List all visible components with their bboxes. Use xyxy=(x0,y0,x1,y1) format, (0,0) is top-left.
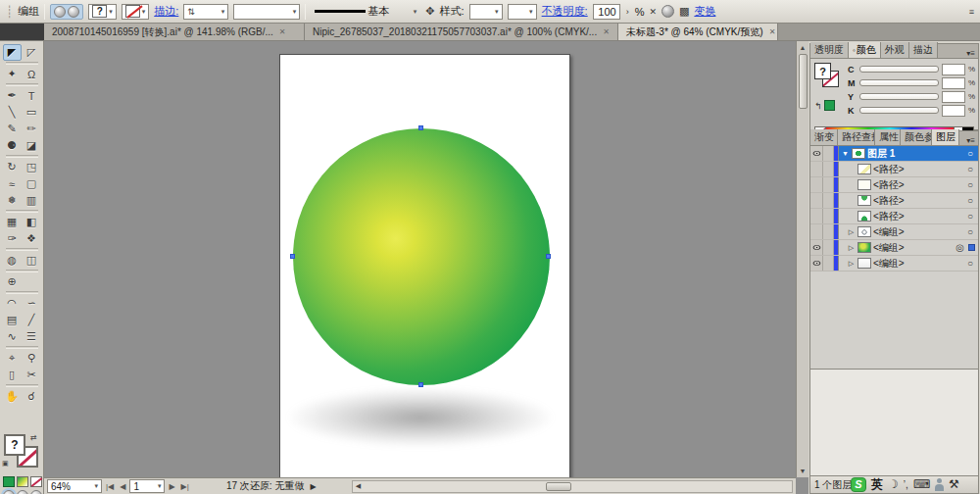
layer-name[interactable]: <编组> xyxy=(873,225,965,239)
user-icon[interactable] xyxy=(935,478,944,491)
artboard[interactable] xyxy=(279,54,570,477)
visibility-toggle[interactable] xyxy=(810,162,823,176)
next-artboard-icon[interactable]: ▶ xyxy=(167,482,176,491)
color-button[interactable] xyxy=(3,476,15,487)
stroke-weight-input[interactable]: ⇅ ▾ xyxy=(183,4,228,20)
layer-name[interactable]: <路径> xyxy=(873,194,965,208)
layer-thumbnail[interactable] xyxy=(852,148,865,159)
lock-toggle[interactable] xyxy=(823,162,834,176)
tool-artboard[interactable]: ⊕ xyxy=(3,273,22,290)
document-tab-2[interactable]: Nipic_26785037_20180321175057703037.ai* … xyxy=(305,24,618,40)
layer-thumbnail[interactable] xyxy=(858,195,871,206)
expand-icon[interactable]: ▷ xyxy=(847,244,856,252)
lock-toggle[interactable] xyxy=(823,177,834,192)
panel-menu-icon[interactable]: ▾≡ xyxy=(963,49,978,58)
fill-color-dropdown[interactable]: ? ▾ xyxy=(88,4,117,20)
vertical-scrollbar[interactable]: ▲ ▼ xyxy=(796,41,808,477)
channel-value-input[interactable] xyxy=(942,105,965,117)
document-tab-3-active[interactable]: 未标题-3* @ 64% (CMYK/预览) ✕ xyxy=(618,24,778,40)
default-fill-stroke-icon[interactable]: ▣ xyxy=(2,460,9,468)
target-icon[interactable]: ○ xyxy=(967,195,973,206)
style-select[interactable]: ▾ xyxy=(469,4,503,20)
close-icon[interactable]: ✕ xyxy=(603,27,610,36)
fill-proxy-swatch[interactable]: ? xyxy=(4,434,25,456)
layer-row-4[interactable]: <路径> ○ xyxy=(810,193,978,209)
gradient-button[interactable] xyxy=(17,476,28,487)
tool-paintbrush[interactable]: ✎ xyxy=(3,121,22,137)
layer-name[interactable]: <路径> xyxy=(873,178,965,192)
layer-row-3[interactable]: <路径> ○ xyxy=(810,177,978,193)
visibility-toggle[interactable] xyxy=(810,209,823,223)
tool-column-graph[interactable]: ▥ xyxy=(23,192,41,209)
tool-scissors[interactable]: ✂ xyxy=(23,367,41,383)
last-artboard-icon[interactable]: ▶| xyxy=(179,482,191,491)
layer-thumbnail[interactable] xyxy=(858,242,871,253)
layer-thumbnail[interactable] xyxy=(858,164,871,174)
lock-toggle[interactable] xyxy=(823,193,834,208)
lock-toggle[interactable] xyxy=(823,256,834,271)
layer-name[interactable]: <编组> xyxy=(873,241,954,255)
lock-toggle[interactable] xyxy=(823,146,834,161)
tool-graph-options[interactable]: ☰ xyxy=(23,328,41,345)
anchor-point-top[interactable] xyxy=(418,125,423,130)
width-profile-select[interactable]: ▾ xyxy=(233,4,300,20)
scroll-down-icon[interactable]: ▼ xyxy=(800,465,807,477)
opacity-mask-icon[interactable]: ✕ xyxy=(649,7,657,17)
tab-layers[interactable]: 图层 xyxy=(932,129,959,145)
tool-lasso[interactable]: Ω xyxy=(23,66,41,82)
vertical-scroll-thumb[interactable] xyxy=(799,54,808,109)
tool-blob-brush[interactable]: ⚈ xyxy=(3,137,22,154)
tab-color[interactable]: 颜色 xyxy=(849,42,881,58)
tab-stroke[interactable]: 描边 xyxy=(909,42,938,58)
expand-icon[interactable]: ▼ xyxy=(841,150,850,157)
tool-shear[interactable]: ╱ xyxy=(23,312,41,328)
lock-toggle[interactable] xyxy=(823,224,834,239)
channel-value-input[interactable] xyxy=(942,64,965,75)
recolor-artwork-icon[interactable] xyxy=(662,5,674,18)
target-icon[interactable]: ○ xyxy=(967,226,973,237)
tool-symbol-sprayer[interactable]: ❅ xyxy=(3,192,22,209)
tool-rotate[interactable]: ↻ xyxy=(3,159,22,175)
tab-color-guide[interactable]: 颜色参 xyxy=(901,129,932,145)
target-icon[interactable]: ○ xyxy=(967,179,973,190)
target-icon[interactable]: ○ xyxy=(967,211,973,222)
control-bar-grip-icon[interactable]: ┊ xyxy=(6,5,13,19)
tab-attributes[interactable]: 属性 xyxy=(875,129,901,145)
close-icon[interactable]: ✕ xyxy=(769,27,776,36)
target-icon[interactable]: ○ xyxy=(967,148,973,159)
last-color-swatch[interactable] xyxy=(824,100,835,111)
layer-row-8[interactable]: ⊙ ▷ <编组> ○ xyxy=(810,256,978,272)
stroke-none-swatch[interactable] xyxy=(125,5,140,18)
expand-icon[interactable]: ▷ xyxy=(847,260,856,268)
tool-live-paint-bucket[interactable]: ◍ xyxy=(3,252,22,269)
layer-name[interactable]: 图层 1 xyxy=(867,147,965,161)
brush-definition-select[interactable]: 基本 ▾ xyxy=(311,4,420,20)
close-icon[interactable]: ✕ xyxy=(279,27,286,36)
tool-perspective-grid[interactable]: ▤ xyxy=(3,312,22,328)
layer-row-6[interactable]: ▷ <编组> ○ xyxy=(810,224,978,240)
target-icon[interactable]: ◎ xyxy=(956,242,964,253)
sogou-input-icon[interactable]: S xyxy=(851,477,866,492)
swap-fill-stroke-icon[interactable]: ⇄ xyxy=(30,433,37,442)
tool-mesh[interactable]: ▦ xyxy=(3,214,22,230)
fill-color-swatch[interactable]: ? xyxy=(92,5,107,18)
layer-name[interactable]: <路径> xyxy=(873,163,965,176)
layer-row-2[interactable]: <路径> ○ xyxy=(810,162,978,177)
layer-row-7[interactable]: ⊙ ▷ <编组> ◎ xyxy=(810,240,978,256)
tab-pathfinder[interactable]: 路径查找 xyxy=(838,129,875,145)
screen-mode-normal-icon[interactable] xyxy=(3,490,15,494)
layer-thumbnail[interactable] xyxy=(858,211,871,222)
stroke-color-dropdown[interactable]: ▾ xyxy=(122,4,150,20)
tool-gradient[interactable]: ◧ xyxy=(23,214,41,230)
align-dropdown-icon[interactable]: ▩ xyxy=(679,5,689,18)
visibility-toggle[interactable] xyxy=(810,193,823,208)
tool-warp[interactable]: ◠ xyxy=(3,295,22,312)
style-box-icon[interactable]: ✥ xyxy=(425,5,434,18)
canvas-area[interactable] xyxy=(44,41,796,477)
punctuation-icon[interactable]: ’, xyxy=(904,479,908,490)
stepper-icon[interactable]: ⇅ xyxy=(187,7,195,17)
opacity-panel-link[interactable]: 不透明度: xyxy=(542,4,588,19)
visibility-toggle[interactable]: ⊙ xyxy=(810,146,823,161)
isolate-enter-icon[interactable] xyxy=(68,6,79,18)
previous-artboard-icon[interactable]: ◀ xyxy=(118,482,127,491)
